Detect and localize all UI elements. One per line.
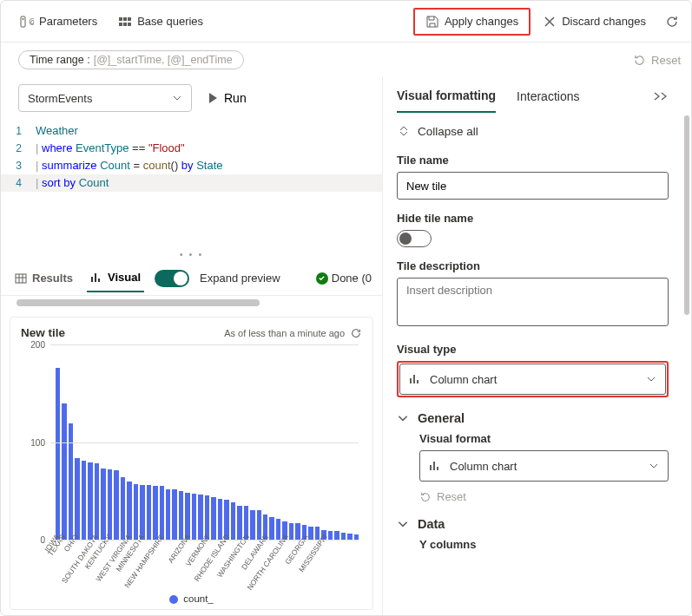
time-range-pill[interactable]: Time range : [@]_startTime, [@]_endTime xyxy=(18,50,244,69)
bar[interactable] xyxy=(147,485,151,540)
y-columns-label: Y columns xyxy=(419,538,669,551)
collapse-all-button[interactable]: Collapse all xyxy=(397,115,669,147)
parameters-button[interactable]: @ Parameters xyxy=(11,10,106,34)
bar[interactable] xyxy=(250,510,254,540)
apply-changes-label: Apply changes xyxy=(445,15,518,28)
bar[interactable] xyxy=(121,477,125,540)
bar[interactable] xyxy=(211,497,215,541)
visual-format-label: Visual format xyxy=(419,432,669,445)
bar[interactable] xyxy=(101,469,105,540)
svg-rect-6 xyxy=(119,23,122,26)
svg-rect-4 xyxy=(123,17,127,21)
run-label: Run xyxy=(224,91,247,105)
collapse-icon xyxy=(397,124,411,138)
hide-tile-name-label: Hide tile name xyxy=(397,212,669,225)
run-button[interactable]: Run xyxy=(202,86,254,110)
y-tick: 100 xyxy=(30,437,45,447)
bar[interactable] xyxy=(160,486,164,540)
reset-general-button[interactable]: Reset xyxy=(419,490,466,503)
right-pane: Visual formatting Interactions Collapse … xyxy=(383,77,691,615)
legend-swatch xyxy=(169,595,178,604)
chevron-down-icon xyxy=(649,461,659,471)
bar[interactable] xyxy=(179,491,183,540)
bar[interactable] xyxy=(269,517,274,540)
result-tabs: Results Visual Expand preview Done (0 xyxy=(1,261,382,296)
resize-handle[interactable]: • • • xyxy=(1,247,382,261)
bar[interactable] xyxy=(114,470,118,540)
bar[interactable] xyxy=(166,489,170,541)
vertical-scrollbar[interactable] xyxy=(682,77,691,615)
reset-icon xyxy=(419,491,432,503)
bar[interactable] xyxy=(347,534,352,540)
visual-type-select[interactable]: Column chart xyxy=(399,364,666,395)
bar[interactable] xyxy=(218,499,222,540)
bar[interactable] xyxy=(153,486,157,540)
discard-changes-button[interactable]: Discard changes xyxy=(534,10,655,34)
check-icon xyxy=(316,272,328,285)
bar[interactable] xyxy=(198,495,202,540)
tile-refresh-icon[interactable] xyxy=(350,327,362,339)
bar[interactable] xyxy=(172,489,176,541)
collapse-all-label: Collapse all xyxy=(418,125,478,138)
svg-rect-5 xyxy=(128,17,131,21)
bar[interactable] xyxy=(62,403,66,541)
tile-title: New tile xyxy=(21,326,65,339)
expand-preview-toggle[interactable] xyxy=(155,270,189,287)
section-data-label: Data xyxy=(418,517,445,531)
apply-changes-button[interactable]: Apply changes xyxy=(413,8,531,36)
svg-rect-0 xyxy=(21,16,25,27)
datasource-select[interactable]: StormEvents xyxy=(18,84,192,112)
chart-icon xyxy=(90,272,102,284)
svg-rect-3 xyxy=(119,17,122,21)
reset-label: Reset xyxy=(651,54,681,67)
visual-type-value: Column chart xyxy=(430,373,497,386)
bar[interactable] xyxy=(341,533,346,540)
tab-visual[interactable]: Visual xyxy=(87,264,144,292)
base-queries-icon xyxy=(118,15,132,29)
bar[interactable] xyxy=(82,461,86,540)
bar[interactable] xyxy=(140,485,144,540)
svg-rect-8 xyxy=(128,23,131,26)
section-data[interactable]: Data xyxy=(397,517,669,531)
tab-results-label: Results xyxy=(32,272,73,285)
bar[interactable] xyxy=(231,502,235,540)
chart-legend: count_ xyxy=(21,592,362,604)
tile-description-input[interactable] xyxy=(397,278,669,326)
legend-label: count_ xyxy=(183,593,214,604)
svg-rect-9 xyxy=(16,274,26,283)
tile-name-input[interactable] xyxy=(397,172,669,200)
time-range-row: Time range : [@]_startTime, [@]_endTime … xyxy=(1,43,691,77)
refresh-button[interactable] xyxy=(663,13,681,30)
bar[interactable] xyxy=(69,423,73,540)
more-tabs-button[interactable] xyxy=(649,88,672,105)
bar[interactable] xyxy=(56,368,60,540)
bar[interactable] xyxy=(127,482,131,541)
horizontal-scrollbar[interactable] xyxy=(11,299,372,308)
bar[interactable] xyxy=(334,531,339,540)
bar[interactable] xyxy=(95,463,99,540)
top-toolbar: @ Parameters Base queries Apply changes … xyxy=(1,1,691,43)
bar[interactable] xyxy=(237,506,241,540)
column-chart-icon xyxy=(409,373,421,385)
hide-tile-name-toggle[interactable] xyxy=(397,230,432,247)
bar[interactable] xyxy=(134,484,138,540)
bar[interactable] xyxy=(88,462,92,540)
section-general-label: General xyxy=(418,411,465,425)
visual-type-label: Visual type xyxy=(397,343,669,356)
y-tick: 0 xyxy=(40,535,45,545)
left-pane: StormEvents Run 1Weather2| where EventTy… xyxy=(1,77,383,615)
base-queries-button[interactable]: Base queries xyxy=(109,10,212,34)
tab-interactions[interactable]: Interactions xyxy=(517,81,579,112)
visual-format-select[interactable]: Column chart xyxy=(419,450,669,482)
bar[interactable] xyxy=(192,494,196,540)
close-icon xyxy=(543,15,557,29)
reset-button[interactable]: Reset xyxy=(633,54,681,67)
section-general[interactable]: General xyxy=(397,411,669,425)
query-editor[interactable]: 1Weather2| where EventType == "Flood"3| … xyxy=(1,119,382,195)
bar[interactable] xyxy=(75,458,79,541)
tab-visual-formatting[interactable]: Visual formatting xyxy=(397,80,496,113)
tab-results[interactable]: Results xyxy=(11,265,76,292)
svg-point-1 xyxy=(23,18,24,20)
bar[interactable] xyxy=(108,469,112,540)
time-range-label: Time range : xyxy=(30,54,90,66)
